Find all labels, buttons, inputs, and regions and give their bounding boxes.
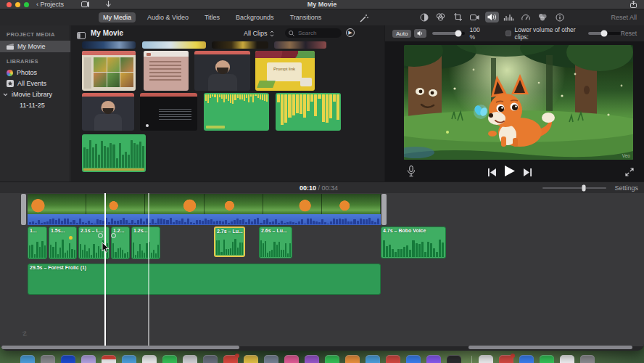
sidebar-item-imovie-library[interactable]: iMovie Library [0,89,70,100]
tab-my-media[interactable]: My Media [99,12,136,23]
noise-reduction-icon[interactable] [502,12,516,23]
stabilization-icon[interactable] [468,12,482,23]
media-thumbnail-audio[interactable] [276,93,341,131]
dock-icon-settings[interactable] [203,355,218,363]
fullscreen-icon[interactable] [625,166,634,179]
dock-icon-launchpad[interactable] [41,355,55,363]
audio-clip-selected[interactable]: 2.7s – Lu... [214,227,245,257]
audio-clip[interactable]: 1.2s... [131,227,160,259]
dock-icon-calendar[interactable] [102,355,116,363]
media-thumbnail-screenshot[interactable] [82,51,136,91]
timeline-zoom-slider[interactable] [542,187,606,189]
tab-backgrounds[interactable]: Backgrounds [231,12,278,23]
dock-icon-sheets[interactable] [540,355,554,363]
audio-clip[interactable]: 1.5s... [49,227,77,259]
dock-icon-browser-alt[interactable] [479,355,493,363]
media-thumbnail-webcam[interactable] [82,93,134,131]
film-frame[interactable] [263,194,322,214]
dock-icon-terminal[interactable] [447,355,461,363]
sidebar-item-my-movie[interactable]: My Movie [0,41,70,52]
record-voiceover-mic-icon[interactable] [407,166,416,180]
dock-icon-photos[interactable] [183,355,197,363]
share-icon[interactable] [630,1,637,9]
skip-back-button[interactable] [488,166,496,179]
dock-icon-finder[interactable] [20,355,35,363]
timeline-settings-button[interactable]: Settings [614,184,638,192]
media-thumbnail-audio[interactable] [204,93,269,131]
dock-icon-trash[interactable] [580,355,595,363]
dock-icon-facetime[interactable] [325,355,339,363]
tab-audio-video[interactable]: Audio & Video [143,12,193,23]
auto-volume-button[interactable]: Auto [392,30,411,38]
dock-icon-chrome[interactable] [142,355,157,363]
film-frame[interactable] [205,194,263,214]
audio-clip[interactable]: 1.2... [111,227,130,259]
playhead[interactable] [104,193,106,346]
dock-icon-youtube[interactable] [386,355,400,363]
film-frame[interactable] [322,194,381,214]
dock-icon-mail[interactable] [61,355,75,363]
mute-speaker-button[interactable] [414,29,426,38]
dock-icon-imovie[interactable] [426,355,441,363]
film-frame[interactable] [145,194,204,214]
clip-filter-icon[interactable] [536,12,550,23]
timeline-scrollbar[interactable] [468,346,632,349]
color-balance-icon[interactable] [417,12,431,23]
media-thumbnail-document[interactable] [144,51,189,91]
audio-clip[interactable]: 2.6s – Lu... [259,227,292,258]
tab-transitions[interactable]: Transitions [286,12,326,23]
media-thumbnail[interactable] [212,41,268,49]
clip-filter-circle-icon[interactable]: ▶ [346,28,355,37]
clip-trim-handle-left[interactable] [21,194,26,225]
video-audio-track[interactable] [28,214,381,225]
sidebar-toggle-icon[interactable] [77,29,86,42]
clip-trim-handle-right[interactable] [381,194,387,225]
sidebar-item-event-date[interactable]: 11-11-25 [0,99,70,111]
search-input[interactable] [297,29,339,37]
keyframe-marker[interactable] [98,233,103,238]
tab-titles[interactable]: Titles [200,12,224,23]
dock-icon-music[interactable] [223,355,238,363]
audio-clip-bobo-voice[interactable]: 4.7s – Bobo Voice [381,227,446,258]
reset-all-button[interactable]: Reset All [611,14,637,21]
lower-volume-slider[interactable] [588,32,621,35]
audio-clip[interactable]: 1... [28,227,47,259]
dock-icon-keynote[interactable] [264,355,278,363]
dock-icon-docs[interactable] [519,355,534,363]
media-thumbnail[interactable] [82,41,136,49]
all-clips-dropdown[interactable]: All Clips [244,30,274,37]
media-thumbnail[interactable] [274,41,326,49]
dock-icon-vscode[interactable] [406,355,421,363]
clip-info-icon[interactable] [553,12,566,23]
enhance-wand-icon[interactable] [360,12,368,25]
reset-volume-button[interactable]: Reset [621,30,637,37]
play-button[interactable] [505,166,515,179]
volume-icon[interactable] [485,12,499,23]
video-filmstrip[interactable] [28,194,381,214]
dock-icon-itunes[interactable] [305,355,319,363]
background-music-clip[interactable]: 29.5s – Forest Frolic (1) [28,264,381,295]
dock-icon-mail-alt[interactable] [499,355,513,363]
keyframe-marker[interactable] [111,233,116,238]
color-correction-icon[interactable] [434,12,447,23]
sidebar-item-all-events[interactable]: All Events [0,78,70,89]
dock-icon-app-store[interactable] [366,355,380,363]
dock-icon-preview-app[interactable] [560,355,574,363]
dock-icon-notes[interactable] [244,355,258,363]
sidebar-item-photos[interactable]: Photos [0,67,70,78]
dock-icon-safari[interactable] [122,355,136,363]
film-frame[interactable] [28,194,86,214]
media-thumbnail-presentation[interactable]: Prompt link [255,51,315,91]
dock-icon-files[interactable] [345,355,360,363]
timeline-scrollbar[interactable] [1,346,239,349]
search-box[interactable] [285,28,342,38]
volume-slider[interactable] [432,32,465,35]
media-thumbnail-audio[interactable] [82,134,146,172]
crop-icon[interactable] [451,12,465,23]
beat-marker[interactable] [69,236,73,240]
media-thumbnail[interactable] [142,41,206,49]
film-frame[interactable] [86,194,145,214]
dock-icon-messages[interactable] [162,355,177,363]
skip-forward-button[interactable] [524,166,532,179]
dock-icon-maps[interactable] [81,355,96,363]
